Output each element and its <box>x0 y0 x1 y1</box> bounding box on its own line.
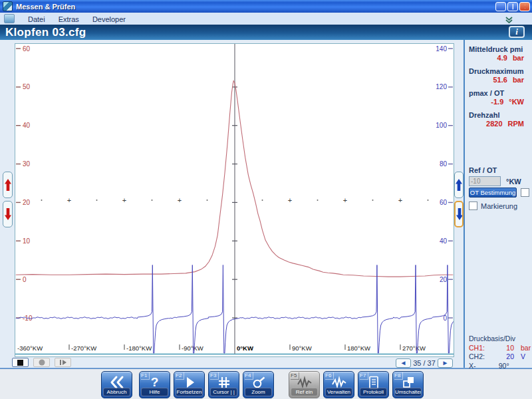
menu-app-icon[interactable] <box>4 14 15 23</box>
ch1-label: CH1: <box>469 344 499 353</box>
close-button[interactable] <box>519 2 530 11</box>
svg-text:30: 30 <box>23 160 31 168</box>
toolbar-button-label: Hilfe <box>141 388 168 396</box>
toolbar-button-label: Abbruch <box>103 388 130 396</box>
measurement-mitteldruck-pmi: Mitteldruck pmi4.9bar <box>469 45 532 62</box>
markierung-label: Markierung <box>481 202 517 210</box>
ch2-scale-down-button[interactable] <box>454 201 464 227</box>
svg-text:90°KW: 90°KW <box>292 344 312 352</box>
svg-text:0°KW: 0°KW <box>237 344 253 352</box>
ref-ot-label: Ref / OT <box>469 166 521 174</box>
menu-item-developer[interactable]: Developer <box>86 14 132 25</box>
toolbar-button-label: Zoom <box>245 388 272 396</box>
minimize-button[interactable] <box>495 2 506 11</box>
svg-text:+: + <box>178 196 182 204</box>
ref-ot-group: Ref / OT °KW <box>469 166 521 186</box>
next-cycle-button[interactable]: ► <box>438 358 453 368</box>
svg-text:50: 50 <box>23 83 31 90</box>
scale-info-title: Druckbasis/Div <box>469 334 532 344</box>
ch2-label: CH2: <box>469 352 499 362</box>
svg-text:270°KW: 270°KW <box>402 344 426 352</box>
ot-bestimmung-checkbox[interactable] <box>521 188 529 197</box>
toolbar-button-ref-ein[interactable]: F5Ref ein <box>289 371 320 398</box>
step-play-button[interactable] <box>55 358 71 367</box>
svg-text:100: 100 <box>436 122 447 129</box>
maximize-button[interactable] <box>507 2 518 11</box>
toolbar-button-zoom[interactable]: F4Zoom <box>243 371 274 398</box>
ot-bestimmung-button[interactable]: OT Bestimmung <box>469 188 517 198</box>
function-key-toolbar: AbbruchF1?HilfeF2FortsetzenF3Cursor | |F… <box>0 369 532 399</box>
menu-item-extras[interactable]: Extras <box>52 14 86 25</box>
measurement-value: -1.9 <box>491 98 503 106</box>
toolbar-button-label: Ref ein <box>291 388 318 396</box>
svg-text:10: 10 <box>23 237 31 245</box>
measurement-label: Drehzahl <box>469 111 532 119</box>
svg-text:60: 60 <box>440 199 448 206</box>
svg-text:+: + <box>398 196 402 204</box>
title-bar: Messen & Prüfen <box>0 0 532 13</box>
file-header: Klopfen 03.cfg i <box>0 25 532 40</box>
ch1-scale-up-button[interactable] <box>3 172 13 198</box>
measurement-label: pmax / OT <box>469 89 532 97</box>
toolbar-button-verwalten[interactable]: F6Verwalten <box>323 371 354 398</box>
svg-text:20: 20 <box>440 276 448 283</box>
measurement-unit: bar <box>513 54 524 62</box>
svg-text:-180°KW: -180°KW <box>126 344 152 352</box>
measurement-pmax-ot: pmax / OT-1.9°KW <box>469 89 532 106</box>
menu-item-datei[interactable]: Datei <box>21 14 52 25</box>
svg-text:+: + <box>343 196 347 204</box>
markierung-checkbox[interactable] <box>469 201 477 210</box>
panel-separator <box>464 40 465 368</box>
measurement-druckmaximum: Druckmaximum51.6bar <box>469 67 532 84</box>
ch1-scale-value: 10 <box>499 344 514 353</box>
toolbar-button-label: Fortsetzen <box>176 388 203 396</box>
toolbar-button-cursor-[interactable]: F3Cursor | | <box>208 371 239 398</box>
record-button[interactable] <box>33 358 50 367</box>
svg-text:80: 80 <box>440 160 448 168</box>
measurement-label: Mitteldruck pmi <box>469 45 532 53</box>
toolbar-button-umschalten[interactable]: F8Umschalten <box>392 371 424 398</box>
measurement-value: 51.6 <box>493 76 507 84</box>
ch2-scale-unit: V <box>521 352 525 362</box>
measurement-label: Druckmaximum <box>469 67 532 75</box>
menu-bar: DateiExtrasDeveloper <box>0 13 532 25</box>
ch1-scale-down-button[interactable] <box>3 201 13 227</box>
ch2-scale-value: 20 <box>499 352 514 362</box>
measurement-unit: °KW <box>509 98 524 106</box>
svg-text:120: 120 <box>436 83 447 90</box>
svg-text:+: + <box>122 196 126 204</box>
ref-ot-unit: °KW <box>506 178 521 186</box>
previous-cycle-button[interactable]: ◄ <box>396 358 411 368</box>
measurement-chart[interactable]: ++++++-360°KW-270°KW-180°KW-90°KW0°KW90°… <box>15 43 454 357</box>
svg-text:40: 40 <box>440 237 448 245</box>
measurement-panel: Mitteldruck pmi4.9barDruckmaximum51.6bar… <box>467 40 532 368</box>
toolbar-button-abbruch[interactable]: Abbruch <box>101 371 132 398</box>
svg-text:40: 40 <box>23 122 31 129</box>
toolbar-button-fortsetzen[interactable]: F2Fortsetzen <box>174 371 205 398</box>
svg-text:20: 20 <box>23 199 31 206</box>
svg-text:+: + <box>288 196 292 204</box>
cycle-counter: 35 / 37 <box>411 359 438 367</box>
toolbar-button-protokoll[interactable]: F7Protokoll <box>358 371 389 398</box>
toolbar-button-hilfe[interactable]: F1?Hilfe <box>139 371 170 398</box>
svg-text:+: + <box>67 196 71 204</box>
svg-text:140: 140 <box>436 45 447 53</box>
svg-text:-360°KW: -360°KW <box>17 344 43 352</box>
window-title: Messen & Prüfen <box>16 3 75 11</box>
info-button[interactable]: i <box>509 26 525 38</box>
stop-button[interactable] <box>12 358 29 367</box>
measurement-value: 4.9 <box>497 54 507 62</box>
toolbar-button-label: Umschalten <box>394 388 422 396</box>
toolbar-button-label: Protokoll <box>360 388 387 396</box>
svg-text:-90°KW: -90°KW <box>182 344 203 352</box>
ch1-scale-unit: bar <box>521 344 531 353</box>
ch2-scale-up-button[interactable] <box>454 172 464 198</box>
measurement-unit: RPM <box>508 120 524 128</box>
application-window: Messen & Prüfen DateiExtrasDeveloper Klo… <box>0 0 532 399</box>
config-file-title: Klopfen 03.cfg <box>5 26 86 39</box>
measurement-unit: bar <box>513 76 524 84</box>
svg-text:0: 0 <box>23 276 27 283</box>
cycle-pager: ◄ 35 / 37 ► <box>396 358 453 368</box>
measurement-drehzahl: Drehzahl2820RPM <box>469 111 532 128</box>
ref-ot-input[interactable] <box>469 176 501 186</box>
